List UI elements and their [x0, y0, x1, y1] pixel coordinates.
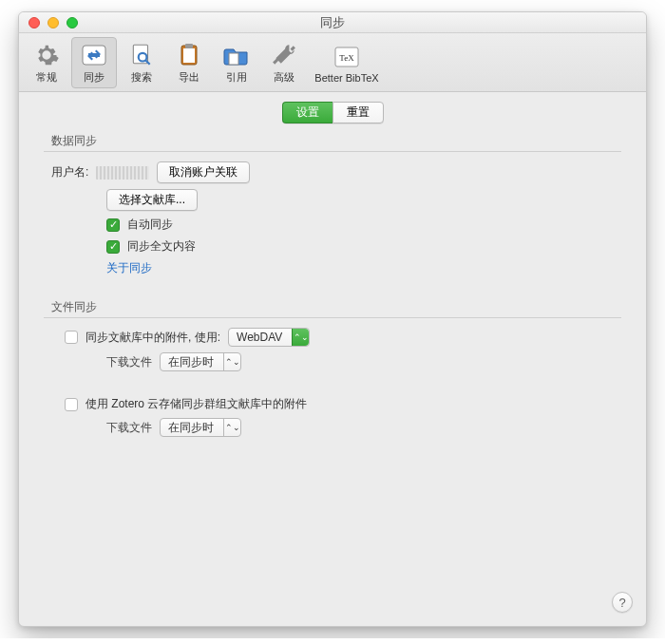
toolbar-better-bibtex[interactable]: TeX Better BibTeX — [309, 37, 385, 88]
check-icon: ✓ — [106, 240, 120, 254]
sync-groups-label: 使用 Zotero 云存储同步群组文献库中的附件 — [86, 396, 307, 412]
toolbar-general-label: 常规 — [36, 70, 57, 85]
toolbar-cite[interactable]: 引用 — [214, 37, 259, 88]
toolbar: 常规 同步 搜索 导出 引用 — [19, 33, 646, 92]
download2-label: 下载文件 — [106, 420, 152, 436]
divider — [44, 317, 621, 318]
auto-sync-label: 自动同步 — [127, 217, 173, 233]
sync-groups-checkbox[interactable]: 使用 Zotero 云存储同步群组文献库中的附件 — [65, 396, 307, 412]
download-mode-select[interactable]: 在同步时 ⌃⌄ — [160, 352, 241, 371]
tools-icon — [269, 42, 299, 68]
sync-method-select[interactable]: WebDAV ⌃⌄ — [228, 328, 310, 347]
fulltext-sync-label: 同步全文内容 — [127, 238, 196, 255]
download-mode-selected: 在同步时 — [168, 354, 214, 370]
checkbox-icon — [65, 331, 78, 344]
chevron-updown-icon: ⌃⌄ — [292, 329, 309, 346]
toolbar-advanced[interactable]: 高级 — [261, 37, 307, 88]
download2-mode-select[interactable]: 在同步时 ⌃⌄ — [160, 418, 241, 437]
tex-icon: TeX — [332, 44, 362, 70]
divider — [44, 151, 621, 152]
data-sync-header: 数据同步 — [51, 133, 627, 149]
clipboard-icon — [174, 42, 204, 68]
choose-libraries-button[interactable]: 选择文献库... — [106, 189, 198, 211]
svg-text:TeX: TeX — [339, 53, 354, 63]
folder-icon — [221, 42, 252, 68]
toolbar-advanced-label: 高级 — [274, 70, 294, 85]
username-label: 用户名: — [51, 164, 88, 180]
svg-rect-6 — [185, 44, 193, 48]
titlebar: 同步 — [19, 12, 646, 33]
toolbar-cite-label: 引用 — [226, 70, 247, 85]
chevron-updown-icon: ⌃⌄ — [223, 419, 240, 436]
help-button[interactable]: ? — [612, 592, 633, 613]
sync-myfiles-label: 同步文献库中的附件, 使用: — [86, 330, 220, 346]
toolbar-search[interactable]: 搜索 — [119, 37, 164, 88]
toolbar-sync[interactable]: 同步 — [71, 37, 117, 88]
svg-rect-5 — [183, 48, 195, 63]
search-icon — [126, 42, 157, 68]
svg-rect-7 — [229, 53, 238, 65]
window-controls — [19, 17, 78, 28]
help-label: ? — [618, 596, 625, 610]
fulltext-sync-checkbox[interactable]: ✓ 同步全文内容 — [106, 238, 196, 255]
unlink-account-button[interactable]: 取消账户关联 — [157, 161, 250, 183]
toolbar-search-label: 搜索 — [131, 70, 152, 85]
download2-mode-selected: 在同步时 — [168, 420, 214, 436]
file-sync-header: 文件同步 — [51, 299, 627, 315]
toolbar-export[interactable]: 导出 — [166, 37, 212, 88]
check-icon: ✓ — [106, 218, 120, 232]
tab-reset[interactable]: 重置 — [332, 102, 384, 123]
toolbar-export-label: 导出 — [179, 70, 200, 85]
window-title: 同步 — [19, 14, 646, 31]
segmented-control: 设置 重置 — [282, 102, 384, 123]
auto-sync-checkbox[interactable]: ✓ 自动同步 — [106, 217, 173, 233]
toolbar-bbt-label: Better BibTeX — [314, 72, 378, 84]
toolbar-sync-label: 同步 — [84, 70, 104, 85]
preferences-window: 同步 常规 同步 搜索 导出 — [18, 11, 647, 627]
toolbar-general[interactable]: 常规 — [24, 37, 69, 88]
content: 设置 重置 数据同步 用户名: 取消账户关联 选择文献库... ✓ 自动同步 ✓… — [19, 92, 646, 626]
tab-settings[interactable]: 设置 — [282, 102, 332, 123]
about-sync-link[interactable]: 关于同步 — [106, 260, 152, 276]
sync-myfiles-checkbox[interactable]: 同步文献库中的附件, 使用: — [65, 330, 220, 346]
close-icon[interactable] — [28, 17, 40, 28]
sync-icon — [79, 42, 109, 68]
minimize-icon[interactable] — [48, 17, 59, 28]
sync-method-selected: WebDAV — [237, 331, 282, 344]
gear-icon — [31, 42, 62, 68]
username-value-redacted — [96, 166, 149, 180]
chevron-updown-icon: ⌃⌄ — [223, 353, 240, 370]
zoom-icon[interactable] — [66, 17, 78, 28]
download-label: 下载文件 — [106, 354, 152, 370]
checkbox-icon — [65, 398, 78, 411]
